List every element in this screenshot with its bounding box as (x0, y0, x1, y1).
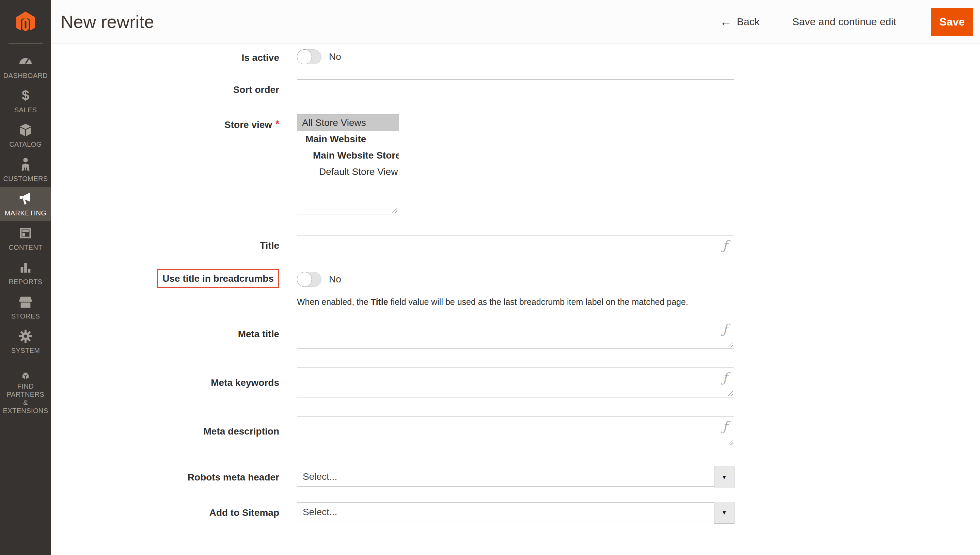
sales-icon: $ (18, 88, 34, 103)
catalog-icon (18, 122, 34, 138)
chevron-down-icon: ▼ (721, 509, 727, 516)
system-icon (18, 328, 34, 344)
chevron-down-icon: ▼ (721, 474, 727, 481)
field-row-title: Title ƒ (51, 235, 980, 254)
meta-description-label: Meta description (51, 416, 279, 437)
back-arrow-icon: ← (720, 16, 732, 28)
use-title-in-breadcrumbs-toggle[interactable] (297, 272, 321, 287)
title-input[interactable] (297, 235, 734, 254)
reports-icon (18, 260, 34, 275)
store-view-label: Store view* (51, 114, 279, 131)
save-and-continue-button[interactable]: Save and continue edit (792, 16, 896, 27)
customers-icon (18, 157, 34, 172)
sidebar-item-label: STORES (11, 312, 40, 320)
store-view-option-main-website-store[interactable]: Main Website Store (297, 148, 399, 164)
sidebar-item-label: CUSTOMERS (3, 175, 48, 183)
sidebar-item-find-partners[interactable]: FIND PARTNERS& EXTENSIONS (0, 371, 51, 415)
dashboard-icon (18, 53, 34, 69)
sidebar-item-marketing[interactable]: MARKETING (0, 187, 51, 221)
field-row-is-active: Is active No (51, 49, 980, 64)
meta-title-label: Meta title (51, 319, 279, 340)
field-row-use-title-in-breadcrumbs: Use title in breadcrumbs No When enabled… (51, 272, 980, 307)
field-row-add-to-sitemap: Add to Sitemap Select... ▼ (51, 502, 980, 522)
toggle-knob (297, 272, 312, 287)
magento-logo-icon (15, 11, 36, 34)
sidebar-item-content[interactable]: CONTENT (0, 221, 51, 255)
meta-description-textarea[interactable] (297, 416, 734, 446)
sidebar-item-customers[interactable]: CUSTOMERS (0, 152, 51, 187)
sidebar-item-label: CATALOG (9, 140, 42, 148)
robots-meta-header-select[interactable]: Select... ▼ (297, 467, 734, 487)
sort-order-input[interactable] (297, 79, 734, 98)
toggle-knob (297, 49, 312, 64)
use-title-in-breadcrumbs-label: Use title in breadcrumbs (157, 269, 279, 288)
use-title-in-breadcrumbs-hint: When enabled, the Title field value will… (297, 297, 688, 307)
sidebar-item-label: FIND PARTNERS& EXTENSIONS (0, 382, 51, 415)
select-dropdown-button[interactable]: ▼ (714, 502, 734, 524)
sidebar-nav: DASHBOARD $ SALES CATALOG CUSTOMERS (0, 44, 51, 415)
robots-meta-header-label: Robots meta header (51, 467, 279, 483)
logo-divider (8, 43, 43, 43)
required-marker: * (275, 119, 279, 129)
sidebar-item-stores[interactable]: STORES (0, 290, 51, 324)
use-title-in-breadcrumbs-toggle-value: No (329, 274, 341, 285)
is-active-label: Is active (51, 49, 279, 64)
sidebar-item-label: SYSTEM (11, 346, 40, 354)
header-actions: ← Back Save and continue edit Save (720, 8, 973, 36)
field-row-meta-keywords: Meta keywords ƒ (51, 367, 980, 398)
sidebar-item-label: SALES (14, 106, 37, 114)
svg-text:$: $ (22, 88, 29, 103)
meta-keywords-label: Meta keywords (51, 367, 279, 388)
marketing-icon (18, 191, 34, 207)
sidebar-item-system[interactable]: SYSTEM (0, 324, 51, 359)
save-button[interactable]: Save (931, 8, 973, 36)
title-label: Title (51, 235, 279, 252)
back-button[interactable]: ← Back (720, 16, 760, 28)
select-value: Select... (297, 503, 734, 522)
sidebar-item-label: REPORTS (8, 278, 42, 286)
add-to-sitemap-label: Add to Sitemap (51, 502, 279, 518)
store-view-option-all-store-views[interactable]: All Store Views (297, 115, 399, 131)
sidebar-item-dashboard[interactable]: DASHBOARD (0, 49, 51, 84)
field-row-meta-description: Meta description ƒ (51, 416, 980, 446)
meta-keywords-textarea[interactable] (297, 367, 734, 398)
add-to-sitemap-select[interactable]: Select... ▼ (297, 502, 734, 522)
field-row-meta-title: Meta title ƒ (51, 319, 980, 349)
sidebar-item-reports[interactable]: REPORTS (0, 255, 51, 290)
magento-logo[interactable] (0, 0, 51, 44)
sidebar-item-label: DASHBOARD (3, 71, 48, 80)
stores-icon (18, 294, 34, 310)
field-row-sort-order: Sort order (51, 79, 980, 98)
rewrite-form: Is active No Sort order Store view* (51, 44, 980, 522)
sidebar: DASHBOARD $ SALES CATALOG CUSTOMERS (0, 0, 51, 555)
field-row-robots-meta-header: Robots meta header Select... ▼ (51, 467, 980, 487)
sort-order-label: Sort order (51, 79, 279, 96)
sidebar-item-label: MARKETING (5, 209, 47, 217)
select-value: Select... (297, 467, 734, 486)
is-active-toggle-value: No (329, 51, 341, 62)
is-active-toggle[interactable] (297, 49, 321, 64)
page-title: New rewrite (61, 11, 154, 32)
listbox-resize-grip[interactable] (392, 208, 397, 213)
page-header: New rewrite ← Back Save and continue edi… (51, 0, 980, 44)
store-view-option-main-website[interactable]: Main Website (297, 131, 399, 148)
sidebar-divider (8, 365, 43, 365)
sidebar-item-sales[interactable]: $ SALES (0, 84, 51, 118)
meta-title-textarea[interactable] (297, 319, 734, 349)
field-row-store-view: Store view* All Store Views Main Website… (51, 114, 980, 214)
store-view-option-default-store-view[interactable]: Default Store View (297, 164, 399, 180)
store-view-listbox[interactable]: All Store Views Main Website Main Websit… (297, 114, 399, 214)
select-dropdown-button[interactable]: ▼ (714, 467, 734, 488)
sidebar-item-catalog[interactable]: CATALOG (0, 118, 51, 152)
content-icon (18, 225, 34, 241)
extensions-icon (18, 371, 34, 380)
sidebar-item-label: CONTENT (8, 243, 42, 252)
